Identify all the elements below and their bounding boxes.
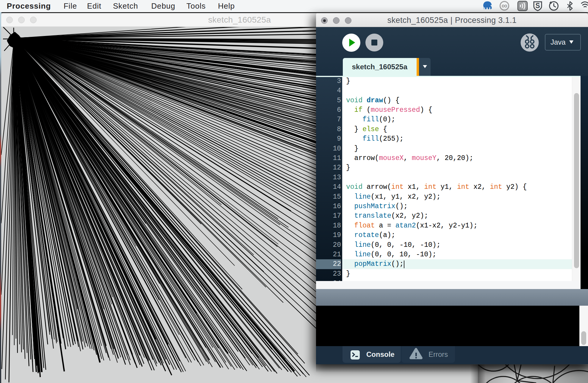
- svg-text:S: S: [535, 2, 540, 10]
- svg-text:∞: ∞: [501, 1, 507, 10]
